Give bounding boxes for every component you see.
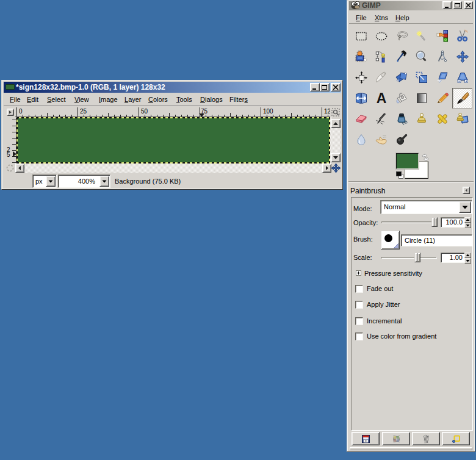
svg-text:A: A [376, 92, 386, 105]
